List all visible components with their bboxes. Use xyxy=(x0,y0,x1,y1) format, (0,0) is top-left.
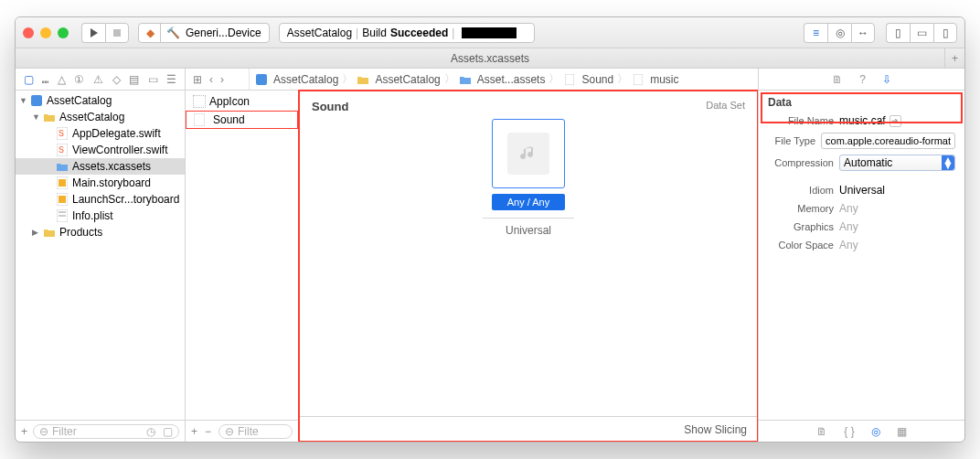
filter-icon: ⊖ xyxy=(39,425,48,438)
navigator-footer: + ⊖ Filter ◷ ▢ xyxy=(16,420,185,442)
titlebar: ◆ 🔨 Generi...Device AssetCatalog | Build… xyxy=(16,17,964,48)
caption-separator xyxy=(483,218,574,219)
status-result: Succeeded xyxy=(390,27,448,39)
related-items-icon[interactable]: ⊞ xyxy=(193,73,202,86)
scheme-selector[interactable]: ◆ 🔨 Generi...Device xyxy=(138,23,270,43)
file-inspector-icon[interactable]: 🗎 xyxy=(832,73,843,86)
navigator-filter[interactable]: ⊖ Filter ◷ ▢ xyxy=(33,424,179,439)
svg-rect-1 xyxy=(113,29,121,37)
object-library-icon[interactable]: ◎ xyxy=(871,425,880,438)
document-icon xyxy=(632,73,644,86)
scheme-separator xyxy=(160,24,161,42)
forward-button[interactable]: › xyxy=(220,73,224,86)
attributes-inspector-icon[interactable]: ⇩ xyxy=(882,73,891,86)
svg-rect-17 xyxy=(194,113,205,126)
stop-button[interactable] xyxy=(105,23,129,43)
tree-file-row[interactable]: Main.storyboard xyxy=(16,175,185,191)
source-control-navigator-icon[interactable]: ⑉ xyxy=(42,73,48,86)
inspector-selector: 🗎 ? ⇩ xyxy=(759,69,964,91)
test-navigator-icon[interactable]: ◇ xyxy=(112,73,121,86)
outline-item-appicon[interactable]: AppIcon xyxy=(186,92,298,111)
graphics-value: Any xyxy=(839,220,858,233)
outline-filter[interactable]: ⊖ Filte xyxy=(218,424,293,439)
issue-navigator-icon[interactable]: ⚠ xyxy=(93,73,103,86)
debug-navigator-icon[interactable]: ▤ xyxy=(129,73,139,86)
document-icon xyxy=(193,113,206,126)
idiom-label: Idiom xyxy=(768,185,839,196)
tree-file-row[interactable]: Info.plist xyxy=(16,208,185,224)
toggle-navigator-button[interactable]: ▯ xyxy=(886,23,910,43)
tree-project-row[interactable]: ▼ AssetCatalog xyxy=(16,92,185,109)
filetype-value: com.apple.coreaudio-format xyxy=(826,135,951,146)
version-editor-button[interactable]: ↔ xyxy=(851,23,875,43)
media-library-icon[interactable]: ▦ xyxy=(897,425,907,438)
standard-editor-button[interactable]: ≡ xyxy=(804,23,827,43)
tree-file-row[interactable]: s AppDelegate.swift xyxy=(16,125,185,142)
active-tab-title[interactable]: Assets.xcassets xyxy=(451,52,529,65)
project-navigator-icon[interactable]: ▢ xyxy=(24,73,34,86)
assistant-editor-button[interactable]: ◎ xyxy=(827,23,851,43)
svg-rect-15 xyxy=(565,74,574,85)
new-tab-button[interactable]: + xyxy=(944,48,964,69)
scm-filter-icon[interactable]: ▢ xyxy=(163,425,173,438)
close-window-button[interactable] xyxy=(23,27,34,38)
inspector-panel: 🗎 ? ⇩ Data File Name music.caf ➜ File Ty… xyxy=(758,69,964,442)
disclosure-icon[interactable]: ▼ xyxy=(19,96,28,105)
recents-filter-icon[interactable]: ◷ xyxy=(146,425,155,438)
toggle-inspector-button[interactable]: ▯ xyxy=(933,23,957,43)
show-slicing-button[interactable]: Show Slicing xyxy=(684,423,747,436)
report-navigator-icon[interactable]: ☰ xyxy=(166,73,176,86)
help-inspector-icon[interactable]: ? xyxy=(859,73,866,86)
plist-file-icon xyxy=(56,209,69,222)
run-stop-group xyxy=(81,23,129,43)
crumb[interactable]: Sound xyxy=(581,73,613,86)
reveal-file-button[interactable]: ➜ xyxy=(889,115,901,127)
tree-file-row[interactable]: s ViewController.swift xyxy=(16,142,185,158)
tree-group-row[interactable]: ▼ AssetCatalog xyxy=(16,109,185,125)
editor-nav-buttons: ⊞ ‹ › xyxy=(186,69,250,90)
breakpoint-navigator-icon[interactable]: ▭ xyxy=(148,73,158,86)
tree-file-row[interactable]: LaunchScr...toryboard xyxy=(16,191,185,208)
code-snippet-library-icon[interactable]: { } xyxy=(844,425,854,438)
minimize-window-button[interactable] xyxy=(40,27,51,38)
find-navigator-icon[interactable]: ① xyxy=(74,73,84,86)
memory-value: Any xyxy=(839,202,858,215)
scheme-app-icon: ◆ xyxy=(146,27,154,39)
back-button[interactable]: ‹ xyxy=(209,73,213,86)
folder-icon xyxy=(357,73,369,86)
crumb[interactable]: AssetCatalog xyxy=(273,73,338,86)
compression-select[interactable]: Automatic▲▼ xyxy=(839,155,955,171)
scheme-target-label: Generi...Device xyxy=(186,27,261,39)
tree-file-row-selected[interactable]: Assets.xcassets xyxy=(16,158,185,175)
add-button[interactable]: + xyxy=(21,425,27,438)
svg-rect-13 xyxy=(59,215,66,217)
toggle-debug-button[interactable]: ▭ xyxy=(910,23,933,43)
folder-icon xyxy=(43,226,56,239)
run-button[interactable] xyxy=(81,23,105,43)
file-template-library-icon[interactable]: 🗎 xyxy=(816,425,827,438)
disclosure-icon[interactable]: ▶ xyxy=(32,228,41,237)
disclosure-icon[interactable]: ▼ xyxy=(32,112,41,122)
tree-products-row[interactable]: ▶ Products xyxy=(16,224,185,240)
remove-asset-button[interactable]: − xyxy=(205,425,211,438)
crumb[interactable]: Asset...assets xyxy=(477,73,546,86)
add-asset-button[interactable]: + xyxy=(191,425,197,438)
crumb[interactable]: AssetCatalog xyxy=(375,73,440,86)
svg-rect-2 xyxy=(31,95,42,106)
status-action: Build xyxy=(362,27,387,39)
zoom-window-button[interactable] xyxy=(58,27,69,38)
breadcrumb-bar: AssetCatalog 〉 AssetCatalog 〉 Asset...as… xyxy=(250,71,758,87)
crumb[interactable]: music xyxy=(650,73,678,86)
folder-icon xyxy=(43,111,56,123)
graphics-label: Graphics xyxy=(768,221,839,232)
symbol-navigator-icon[interactable]: △ xyxy=(58,73,66,86)
asset-slot[interactable] xyxy=(492,119,565,188)
hammer-icon: 🔨 xyxy=(166,27,180,39)
outline-item-label: Sound xyxy=(213,113,245,126)
asset-type-label: Data Set xyxy=(706,100,745,113)
tree-file-label: Main.storyboard xyxy=(72,176,151,189)
outline-item-sound[interactable]: Sound xyxy=(186,111,298,129)
asset-outline: AppIcon Sound + − ⊖ Filte xyxy=(186,91,299,442)
window-controls xyxy=(23,27,69,38)
filetype-value-box: com.apple.coreaudio-format xyxy=(821,133,955,149)
